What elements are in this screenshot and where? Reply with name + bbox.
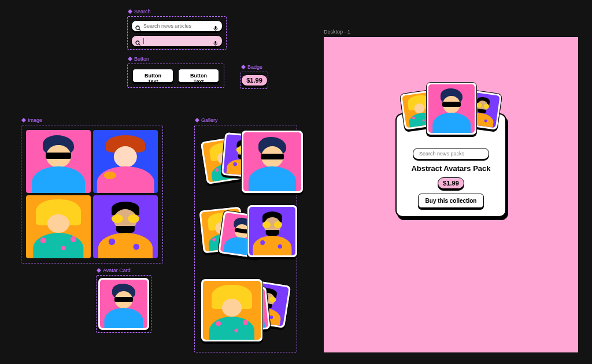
avatar-card: [426, 82, 477, 135]
svg-rect-7: [128, 57, 132, 61]
frame-label: Avatar Card: [103, 268, 131, 273]
avatar-card[interactable]: [247, 205, 298, 258]
search-input[interactable]: [143, 23, 210, 29]
mic-icon[interactable]: [213, 38, 219, 44]
search-icon: [135, 23, 141, 29]
avatar-card[interactable]: [241, 130, 304, 194]
product-card[interactable]: Abstract Avatars Pack $1.99 Buy this col…: [395, 113, 506, 217]
gallery-stack[interactable]: [199, 278, 292, 347]
frame-label: Desktop - 1: [324, 29, 350, 35]
product-avatar-stack: [402, 82, 500, 140]
mic-icon[interactable]: [213, 23, 219, 29]
buy-button[interactable]: Buy this collection: [418, 194, 484, 208]
product-search-input[interactable]: [419, 151, 484, 157]
frame-badge[interactable]: Badge $1.99: [240, 72, 268, 89]
avatar-image[interactable]: [26, 195, 91, 258]
avatar-image[interactable]: [26, 130, 91, 193]
gallery-stack[interactable]: [199, 205, 292, 269]
svg-line-2: [139, 29, 140, 31]
search-field-default[interactable]: [131, 20, 223, 32]
frame-label: Image: [28, 117, 42, 123]
frame-image[interactable]: Image: [21, 125, 163, 263]
frame-button[interactable]: Button Button Text Button Text: [127, 64, 224, 88]
frame-gallery[interactable]: Gallery: [194, 125, 297, 352]
component-icon: [195, 118, 199, 122]
text-cursor-icon: [143, 38, 144, 44]
product-price-badge: $1.99: [438, 177, 464, 189]
price-badge: $1.99: [241, 75, 268, 86]
component-icon: [128, 57, 132, 61]
frame-label: Badge: [247, 64, 262, 70]
component-icon: [97, 268, 101, 273]
svg-rect-8: [241, 65, 246, 69]
artboard-desktop-1[interactable]: Desktop - 1 Abstract Avatars Pack $1.99 …: [324, 37, 578, 352]
product-search-field[interactable]: [413, 148, 489, 159]
component-icon: [128, 9, 132, 14]
svg-rect-9: [21, 118, 26, 122]
svg-rect-0: [128, 9, 132, 14]
svg-rect-11: [195, 118, 199, 122]
avatar-image[interactable]: [93, 130, 158, 193]
frame-label: Gallery: [201, 117, 218, 123]
svg-rect-10: [97, 268, 101, 273]
avatar-card[interactable]: [98, 277, 150, 330]
button-primary[interactable]: Button Text: [132, 69, 173, 83]
avatar-card[interactable]: [201, 278, 263, 342]
svg-rect-6: [215, 41, 217, 44]
avatar-image[interactable]: [93, 195, 158, 258]
frame-avatar-card[interactable]: Avatar Card: [96, 275, 151, 333]
frame-label: Button: [134, 56, 149, 62]
product-title: Abstract Avatars Pack: [411, 164, 490, 173]
component-icon: [241, 65, 246, 69]
svg-rect-3: [215, 26, 217, 29]
frame-search[interactable]: Search: [127, 16, 227, 50]
search-input-active[interactable]: [146, 38, 210, 44]
gallery-stack[interactable]: [199, 130, 292, 194]
svg-point-1: [136, 26, 139, 29]
search-icon: [135, 38, 141, 44]
button-secondary[interactable]: Button Text: [178, 69, 219, 83]
svg-line-5: [139, 44, 140, 46]
search-field-active[interactable]: [131, 35, 223, 47]
svg-point-4: [136, 41, 139, 44]
frame-label: Search: [134, 9, 151, 14]
component-icon: [21, 118, 26, 122]
